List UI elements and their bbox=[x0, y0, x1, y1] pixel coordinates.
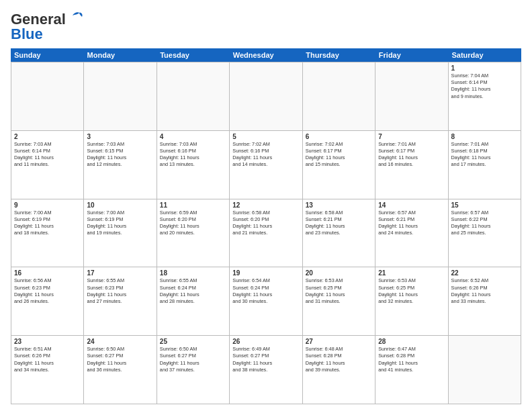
weekday-header-monday: Monday bbox=[84, 48, 157, 62]
empty-cell bbox=[157, 62, 230, 130]
weekday-header-saturday: Saturday bbox=[448, 48, 521, 62]
day-info: Sunrise: 6:53 AM Sunset: 6:25 PM Dayligh… bbox=[378, 277, 445, 305]
day-info: Sunrise: 7:00 AM Sunset: 6:19 PM Dayligh… bbox=[87, 210, 153, 237]
day-number: 15 bbox=[451, 201, 518, 209]
day-info: Sunrise: 7:01 AM Sunset: 6:18 PM Dayligh… bbox=[451, 141, 518, 169]
empty-cell bbox=[84, 62, 157, 130]
day-info: Sunrise: 6:57 AM Sunset: 6:21 PM Dayligh… bbox=[378, 210, 445, 237]
day-info: Sunrise: 6:55 AM Sunset: 6:23 PM Dayligh… bbox=[87, 277, 153, 305]
weekday-header-friday: Friday bbox=[375, 48, 449, 62]
empty-cell bbox=[375, 62, 448, 130]
day-cell-10: 10Sunrise: 7:00 AM Sunset: 6:19 PM Dayli… bbox=[84, 199, 157, 267]
day-cell-5: 5Sunrise: 7:02 AM Sunset: 6:16 PM Daylig… bbox=[230, 131, 302, 199]
day-cell-18: 18Sunrise: 6:55 AM Sunset: 6:24 PM Dayli… bbox=[157, 267, 230, 335]
weekday-header-wednesday: Wednesday bbox=[230, 48, 303, 62]
day-info: Sunrise: 7:02 AM Sunset: 6:16 PM Dayligh… bbox=[232, 141, 299, 169]
day-number: 20 bbox=[306, 269, 372, 277]
day-cell-25: 25Sunrise: 6:50 AM Sunset: 6:27 PM Dayli… bbox=[157, 336, 230, 404]
day-cell-19: 19Sunrise: 6:54 AM Sunset: 6:24 PM Dayli… bbox=[230, 267, 302, 335]
day-info: Sunrise: 6:57 AM Sunset: 6:22 PM Dayligh… bbox=[451, 210, 518, 237]
calendar-row-5: 23Sunrise: 6:51 AM Sunset: 6:26 PM Dayli… bbox=[11, 336, 521, 404]
day-number: 21 bbox=[378, 269, 445, 277]
day-info: Sunrise: 7:03 AM Sunset: 6:15 PM Dayligh… bbox=[87, 141, 153, 169]
day-info: Sunrise: 6:49 AM Sunset: 6:27 PM Dayligh… bbox=[232, 346, 299, 373]
day-cell-14: 14Sunrise: 6:57 AM Sunset: 6:21 PM Dayli… bbox=[375, 199, 448, 267]
day-cell-24: 24Sunrise: 6:50 AM Sunset: 6:27 PM Dayli… bbox=[84, 336, 157, 404]
day-cell-26: 26Sunrise: 6:49 AM Sunset: 6:27 PM Dayli… bbox=[230, 336, 302, 404]
day-cell-17: 17Sunrise: 6:55 AM Sunset: 6:23 PM Dayli… bbox=[84, 267, 157, 335]
calendar-row-4: 16Sunrise: 6:56 AM Sunset: 6:23 PM Dayli… bbox=[11, 267, 521, 336]
day-info: Sunrise: 7:00 AM Sunset: 6:19 PM Dayligh… bbox=[14, 210, 81, 237]
day-info: Sunrise: 7:02 AM Sunset: 6:17 PM Dayligh… bbox=[306, 141, 372, 169]
day-info: Sunrise: 6:48 AM Sunset: 6:28 PM Dayligh… bbox=[306, 346, 372, 373]
calendar-row-3: 9Sunrise: 7:00 AM Sunset: 6:19 PM Daylig… bbox=[11, 199, 521, 268]
day-cell-22: 22Sunrise: 6:52 AM Sunset: 6:26 PM Dayli… bbox=[449, 267, 521, 335]
day-cell-12: 12Sunrise: 6:58 AM Sunset: 6:20 PM Dayli… bbox=[230, 199, 302, 267]
weekday-header-sunday: Sunday bbox=[11, 48, 84, 62]
day-number: 26 bbox=[232, 338, 299, 345]
calendar-body: 1Sunrise: 7:04 AM Sunset: 6:14 PM Daylig… bbox=[11, 62, 521, 404]
day-info: Sunrise: 7:04 AM Sunset: 6:14 PM Dayligh… bbox=[451, 73, 518, 100]
day-info: Sunrise: 7:03 AM Sunset: 6:16 PM Dayligh… bbox=[160, 141, 226, 169]
day-number: 6 bbox=[306, 133, 372, 140]
calendar-row-2: 2Sunrise: 7:03 AM Sunset: 6:14 PM Daylig… bbox=[11, 131, 521, 199]
day-cell-20: 20Sunrise: 6:53 AM Sunset: 6:25 PM Dayli… bbox=[303, 267, 375, 335]
day-info: Sunrise: 6:52 AM Sunset: 6:26 PM Dayligh… bbox=[451, 277, 518, 305]
day-cell-9: 9Sunrise: 7:00 AM Sunset: 6:19 PM Daylig… bbox=[11, 199, 84, 267]
day-info: Sunrise: 6:50 AM Sunset: 6:27 PM Dayligh… bbox=[87, 346, 153, 373]
logo-blue: Blue bbox=[11, 26, 43, 43]
logo-bird-icon bbox=[67, 11, 83, 25]
day-info: Sunrise: 6:53 AM Sunset: 6:25 PM Dayligh… bbox=[306, 277, 372, 305]
day-number: 13 bbox=[306, 201, 372, 209]
logo: General Blue bbox=[11, 11, 83, 43]
calendar-row-1: 1Sunrise: 7:04 AM Sunset: 6:14 PM Daylig… bbox=[11, 62, 521, 131]
day-number: 22 bbox=[451, 269, 518, 277]
day-info: Sunrise: 7:01 AM Sunset: 6:17 PM Dayligh… bbox=[378, 141, 445, 169]
day-number: 2 bbox=[14, 133, 81, 140]
day-cell-8: 8Sunrise: 7:01 AM Sunset: 6:18 PM Daylig… bbox=[449, 131, 521, 199]
calendar-header: SundayMondayTuesdayWednesdayThursdayFrid… bbox=[11, 48, 521, 62]
day-cell-13: 13Sunrise: 6:58 AM Sunset: 6:21 PM Dayli… bbox=[303, 199, 375, 267]
day-info: Sunrise: 6:47 AM Sunset: 6:28 PM Dayligh… bbox=[378, 346, 445, 373]
day-number: 25 bbox=[160, 338, 226, 345]
day-number: 12 bbox=[232, 201, 299, 209]
day-info: Sunrise: 6:50 AM Sunset: 6:27 PM Dayligh… bbox=[160, 346, 226, 373]
day-cell-3: 3Sunrise: 7:03 AM Sunset: 6:15 PM Daylig… bbox=[84, 131, 157, 199]
day-info: Sunrise: 6:55 AM Sunset: 6:24 PM Dayligh… bbox=[160, 277, 226, 305]
weekday-header-thursday: Thursday bbox=[302, 48, 375, 62]
day-info: Sunrise: 7:03 AM Sunset: 6:14 PM Dayligh… bbox=[14, 141, 81, 169]
day-cell-11: 11Sunrise: 6:59 AM Sunset: 6:20 PM Dayli… bbox=[157, 199, 230, 267]
day-info: Sunrise: 6:58 AM Sunset: 6:20 PM Dayligh… bbox=[232, 210, 299, 237]
day-number: 23 bbox=[14, 338, 81, 345]
day-cell-2: 2Sunrise: 7:03 AM Sunset: 6:14 PM Daylig… bbox=[11, 131, 84, 199]
day-cell-7: 7Sunrise: 7:01 AM Sunset: 6:17 PM Daylig… bbox=[375, 131, 448, 199]
day-number: 16 bbox=[14, 269, 81, 277]
empty-cell bbox=[11, 62, 84, 130]
day-number: 17 bbox=[87, 269, 153, 277]
day-number: 1 bbox=[451, 64, 518, 72]
day-cell-15: 15Sunrise: 6:57 AM Sunset: 6:22 PM Dayli… bbox=[449, 199, 521, 267]
day-cell-16: 16Sunrise: 6:56 AM Sunset: 6:23 PM Dayli… bbox=[11, 267, 84, 335]
weekday-header-tuesday: Tuesday bbox=[157, 48, 230, 62]
empty-cell bbox=[230, 62, 302, 130]
day-cell-27: 27Sunrise: 6:48 AM Sunset: 6:28 PM Dayli… bbox=[303, 336, 375, 404]
day-info: Sunrise: 6:58 AM Sunset: 6:21 PM Dayligh… bbox=[306, 210, 372, 237]
day-number: 3 bbox=[87, 133, 153, 140]
day-info: Sunrise: 6:54 AM Sunset: 6:24 PM Dayligh… bbox=[232, 277, 299, 305]
day-number: 5 bbox=[232, 133, 299, 140]
day-number: 10 bbox=[87, 201, 153, 209]
day-cell-6: 6Sunrise: 7:02 AM Sunset: 6:17 PM Daylig… bbox=[303, 131, 375, 199]
day-cell-1: 1Sunrise: 7:04 AM Sunset: 6:14 PM Daylig… bbox=[449, 62, 521, 130]
day-cell-4: 4Sunrise: 7:03 AM Sunset: 6:16 PM Daylig… bbox=[157, 131, 230, 199]
page: General Blue SundayMondayTuesdayWednesda… bbox=[0, 0, 532, 411]
day-cell-21: 21Sunrise: 6:53 AM Sunset: 6:25 PM Dayli… bbox=[375, 267, 448, 335]
day-number: 24 bbox=[87, 338, 153, 345]
day-number: 11 bbox=[160, 201, 226, 209]
day-number: 18 bbox=[160, 269, 226, 277]
day-number: 9 bbox=[14, 201, 81, 209]
header: General Blue bbox=[11, 11, 521, 43]
day-number: 14 bbox=[378, 201, 445, 209]
calendar: SundayMondayTuesdayWednesdayThursdayFrid… bbox=[11, 48, 521, 404]
day-cell-23: 23Sunrise: 6:51 AM Sunset: 6:26 PM Dayli… bbox=[11, 336, 84, 404]
day-info: Sunrise: 6:59 AM Sunset: 6:20 PM Dayligh… bbox=[160, 210, 226, 237]
